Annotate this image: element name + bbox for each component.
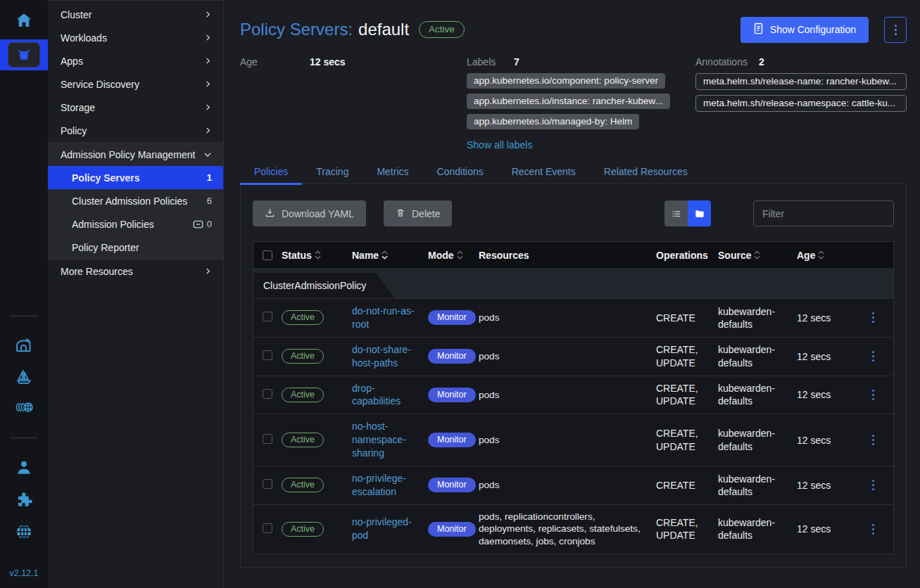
user-icon[interactable] xyxy=(14,458,34,480)
rail-divider xyxy=(10,437,38,438)
tab-recent-events[interactable]: Recent Events xyxy=(498,159,590,184)
labels-list: app.kubernetes.io/component: policy-serv… xyxy=(467,73,670,129)
policy-name-link[interactable]: drop-capabilities xyxy=(352,382,421,409)
list-view-button[interactable] xyxy=(664,200,688,226)
sidebar-item-cluster[interactable]: Cluster xyxy=(48,3,223,26)
row-checkbox[interactable] xyxy=(263,312,272,321)
row-age-cell: 12 secs xyxy=(797,389,866,400)
column-header-source[interactable]: Source xyxy=(718,250,797,261)
row-checkbox[interactable] xyxy=(263,350,272,360)
sidebar-subitem-label: Cluster Admission Policies xyxy=(72,196,207,207)
grouped-view-button[interactable] xyxy=(688,200,711,226)
row-checkbox[interactable] xyxy=(263,523,272,533)
rail-item-cluster-selected[interactable] xyxy=(0,39,48,70)
longhorn-icon[interactable] xyxy=(13,398,34,419)
sidebar-item-storage[interactable]: Storage xyxy=(48,96,223,119)
row-actions-kebab-icon[interactable] xyxy=(866,524,880,535)
sidebar-item-label: Storage xyxy=(61,102,204,113)
sidebar-item-workloads[interactable]: Workloads xyxy=(48,26,223,49)
sidebar-item-label: Apps xyxy=(61,56,204,67)
group-tab: ClusterAdmissionPolicy xyxy=(253,273,394,298)
sidebar-item-apps[interactable]: Apps xyxy=(48,49,223,72)
column-header-operations[interactable]: Operations xyxy=(656,250,718,261)
sort-arrows-icon xyxy=(818,250,824,260)
show-configuration-button[interactable]: Show Configuration xyxy=(741,17,869,43)
show-all-labels-link[interactable]: Show all labels xyxy=(467,139,532,151)
sidebar-item-service-discovery[interactable]: Service Discovery xyxy=(48,72,223,96)
home-icon[interactable] xyxy=(15,11,33,32)
sidebar-subitem-policy-reporter[interactable]: Policy Reporter xyxy=(48,236,223,259)
delete-button[interactable]: Delete xyxy=(384,200,452,226)
column-header-age[interactable]: Age xyxy=(797,250,866,261)
policy-name-link[interactable]: no-privilege-escalation xyxy=(352,472,421,499)
sidebar-subitem-cluster-admission-policies[interactable]: Cluster Admission Policies 6 xyxy=(48,189,223,212)
policy-name-link[interactable]: no-host-namespace-sharing xyxy=(352,420,421,460)
sidebar-subitem-admission-policies[interactable]: Admission Policies 0 xyxy=(48,212,223,236)
chevron-right-icon xyxy=(204,127,212,134)
annotation-pill: meta.helm.sh/release-namespace: cattle-k… xyxy=(695,95,907,112)
row-actions-kebab-icon[interactable] xyxy=(866,480,880,490)
row-actions-kebab-icon[interactable] xyxy=(866,351,880,362)
source-cell: kubewarden-defaults xyxy=(718,473,797,498)
column-header-resources[interactable]: Resources xyxy=(479,250,656,261)
sidebar-subitem-count: 6 xyxy=(207,196,212,206)
sidebar-subitem-policy-servers[interactable]: Policy Servers 1 xyxy=(48,166,223,189)
chevron-right-icon xyxy=(204,103,212,111)
row-age-cell: 12 secs xyxy=(797,523,866,535)
column-header-name[interactable]: Name xyxy=(352,250,428,261)
document-icon xyxy=(753,23,764,37)
table-row: Active do-not-share-host-paths Monitor p… xyxy=(253,337,893,376)
tab-conditions[interactable]: Conditions xyxy=(423,159,498,184)
policy-name-link[interactable]: no-privileged-pod xyxy=(352,516,421,542)
resources-cell: pods xyxy=(479,479,656,492)
row-checkbox[interactable] xyxy=(263,389,272,399)
age-value: 12 secs xyxy=(310,56,346,68)
tab-tracing[interactable]: Tracing xyxy=(302,159,363,184)
label-pill: app.kubernetes.io/managed-by: Helm xyxy=(467,114,639,129)
column-header-mode[interactable]: Mode xyxy=(428,250,479,261)
row-status-badge: Active xyxy=(282,349,324,364)
sidebar-item-label: Cluster xyxy=(61,9,204,20)
row-checkbox[interactable] xyxy=(263,479,272,489)
sidebar-item-label: Service Discovery xyxy=(61,79,204,90)
table-toolbar: Download YAML Delete xyxy=(253,200,894,226)
column-header-label: Mode xyxy=(428,250,454,261)
operations-cell: CREATE, UPDATE xyxy=(656,382,718,407)
label-pill: app.kubernetes.io/component: policy-serv… xyxy=(467,73,665,89)
header-actions-kebab-button[interactable] xyxy=(884,17,907,43)
extensions-icon[interactable] xyxy=(14,490,34,513)
filter-input[interactable] xyxy=(753,200,894,226)
age-label: Age xyxy=(240,56,258,68)
row-actions-kebab-icon[interactable] xyxy=(866,435,880,445)
policy-name-link[interactable]: do-not-share-host-paths xyxy=(352,343,421,370)
harvester-icon[interactable] xyxy=(14,335,34,358)
row-actions-kebab-icon[interactable] xyxy=(866,390,880,400)
download-yaml-button[interactable]: Download YAML xyxy=(253,200,366,226)
fleet-icon[interactable] xyxy=(14,366,34,389)
sidebar-item-label: Policy xyxy=(61,125,204,136)
sidebar-group-header[interactable]: Admission Policy Management xyxy=(48,143,223,166)
annotations-count: 2 xyxy=(759,56,764,68)
row-checkbox[interactable] xyxy=(263,434,272,444)
policy-name-link[interactable]: do-not-run-as-root xyxy=(352,305,421,331)
row-status-badge: Active xyxy=(282,478,324,492)
annotations-list: meta.helm.sh/release-name: rancher-kubew… xyxy=(695,73,907,112)
language-icon[interactable] xyxy=(14,522,34,544)
page-title-type[interactable]: Policy Servers: xyxy=(240,20,353,39)
resources-cell: pods, replicationcontrollers, deployment… xyxy=(479,511,656,548)
operations-cell: CREATE xyxy=(656,312,718,324)
kebab-icon xyxy=(895,25,897,35)
sidebar-item-more-resources[interactable]: More Resources xyxy=(48,260,223,283)
row-actions-kebab-icon[interactable] xyxy=(866,312,880,323)
policies-table: Status Name Mode Resources Operations So… xyxy=(253,241,894,554)
sidebar-item-policy[interactable]: Policy xyxy=(48,119,223,142)
source-cell: kubewarden-defaults xyxy=(718,516,797,542)
select-all-checkbox[interactable] xyxy=(263,250,272,260)
tab-policies[interactable]: Policies xyxy=(240,159,302,184)
namespace-icon xyxy=(193,220,203,229)
version-label: v2.12.1 xyxy=(0,568,48,578)
tab-metrics[interactable]: Metrics xyxy=(363,159,422,184)
tab-related-resources[interactable]: Related Resources xyxy=(590,159,702,184)
column-header-label: Status xyxy=(282,250,312,261)
column-header-status[interactable]: Status xyxy=(282,250,352,261)
